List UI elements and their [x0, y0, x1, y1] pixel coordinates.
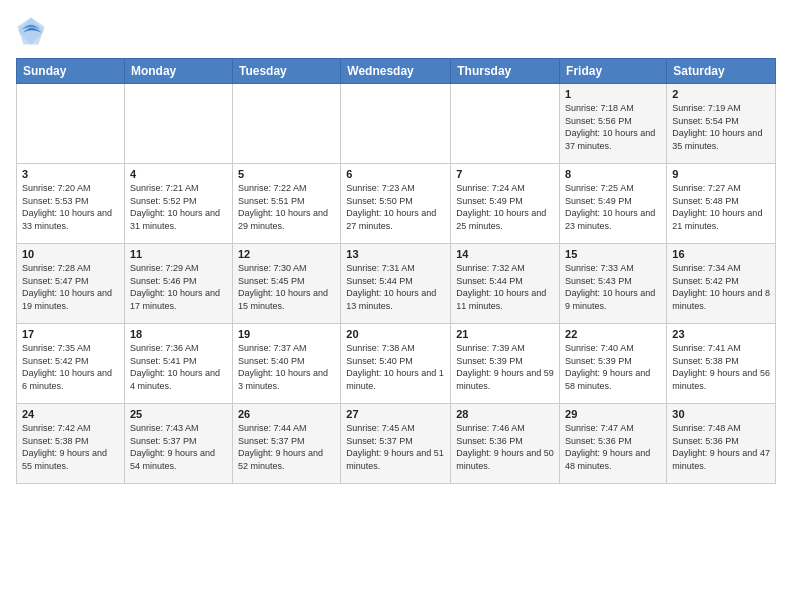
day-number: 22 — [565, 328, 661, 340]
header-wednesday: Wednesday — [341, 59, 451, 84]
calendar-cell-w5d3: 26Sunrise: 7:44 AMSunset: 5:37 PMDayligh… — [232, 404, 340, 484]
header — [16, 16, 776, 46]
day-number: 27 — [346, 408, 445, 420]
calendar-cell-w3d3: 12Sunrise: 7:30 AMSunset: 5:45 PMDayligh… — [232, 244, 340, 324]
day-info: Sunrise: 7:24 AMSunset: 5:49 PMDaylight:… — [456, 182, 554, 232]
day-number: 18 — [130, 328, 227, 340]
header-tuesday: Tuesday — [232, 59, 340, 84]
calendar-header-row: SundayMondayTuesdayWednesdayThursdayFrid… — [17, 59, 776, 84]
day-number: 8 — [565, 168, 661, 180]
day-number: 9 — [672, 168, 770, 180]
day-number: 14 — [456, 248, 554, 260]
calendar-cell-w4d3: 19Sunrise: 7:37 AMSunset: 5:40 PMDayligh… — [232, 324, 340, 404]
calendar-cell-w3d6: 15Sunrise: 7:33 AMSunset: 5:43 PMDayligh… — [560, 244, 667, 324]
day-info: Sunrise: 7:21 AMSunset: 5:52 PMDaylight:… — [130, 182, 227, 232]
calendar-cell-w5d6: 29Sunrise: 7:47 AMSunset: 5:36 PMDayligh… — [560, 404, 667, 484]
day-info: Sunrise: 7:28 AMSunset: 5:47 PMDaylight:… — [22, 262, 119, 312]
header-thursday: Thursday — [451, 59, 560, 84]
day-info: Sunrise: 7:19 AMSunset: 5:54 PMDaylight:… — [672, 102, 770, 152]
day-info: Sunrise: 7:42 AMSunset: 5:38 PMDaylight:… — [22, 422, 119, 472]
calendar-cell-w3d1: 10Sunrise: 7:28 AMSunset: 5:47 PMDayligh… — [17, 244, 125, 324]
day-number: 29 — [565, 408, 661, 420]
day-number: 23 — [672, 328, 770, 340]
day-info: Sunrise: 7:32 AMSunset: 5:44 PMDaylight:… — [456, 262, 554, 312]
day-number: 17 — [22, 328, 119, 340]
day-number: 6 — [346, 168, 445, 180]
day-info: Sunrise: 7:30 AMSunset: 5:45 PMDaylight:… — [238, 262, 335, 312]
calendar-week-5: 24Sunrise: 7:42 AMSunset: 5:38 PMDayligh… — [17, 404, 776, 484]
calendar-cell-w1d7: 2Sunrise: 7:19 AMSunset: 5:54 PMDaylight… — [667, 84, 776, 164]
day-number: 20 — [346, 328, 445, 340]
calendar-cell-w4d7: 23Sunrise: 7:41 AMSunset: 5:38 PMDayligh… — [667, 324, 776, 404]
day-info: Sunrise: 7:39 AMSunset: 5:39 PMDaylight:… — [456, 342, 554, 392]
day-number: 26 — [238, 408, 335, 420]
day-number: 24 — [22, 408, 119, 420]
header-monday: Monday — [124, 59, 232, 84]
day-number: 21 — [456, 328, 554, 340]
calendar-cell-w5d5: 28Sunrise: 7:46 AMSunset: 5:36 PMDayligh… — [451, 404, 560, 484]
calendar-cell-w4d5: 21Sunrise: 7:39 AMSunset: 5:39 PMDayligh… — [451, 324, 560, 404]
calendar-cell-w1d2 — [124, 84, 232, 164]
calendar-cell-w5d7: 30Sunrise: 7:48 AMSunset: 5:36 PMDayligh… — [667, 404, 776, 484]
calendar-cell-w3d5: 14Sunrise: 7:32 AMSunset: 5:44 PMDayligh… — [451, 244, 560, 324]
calendar-cell-w1d5 — [451, 84, 560, 164]
calendar-cell-w2d3: 5Sunrise: 7:22 AMSunset: 5:51 PMDaylight… — [232, 164, 340, 244]
day-info: Sunrise: 7:44 AMSunset: 5:37 PMDaylight:… — [238, 422, 335, 472]
day-number: 7 — [456, 168, 554, 180]
day-number: 1 — [565, 88, 661, 100]
calendar-week-3: 10Sunrise: 7:28 AMSunset: 5:47 PMDayligh… — [17, 244, 776, 324]
day-info: Sunrise: 7:48 AMSunset: 5:36 PMDaylight:… — [672, 422, 770, 472]
calendar-cell-w5d1: 24Sunrise: 7:42 AMSunset: 5:38 PMDayligh… — [17, 404, 125, 484]
day-info: Sunrise: 7:18 AMSunset: 5:56 PMDaylight:… — [565, 102, 661, 152]
calendar-cell-w3d4: 13Sunrise: 7:31 AMSunset: 5:44 PMDayligh… — [341, 244, 451, 324]
logo — [16, 16, 48, 46]
day-number: 13 — [346, 248, 445, 260]
header-friday: Friday — [560, 59, 667, 84]
calendar-cell-w1d4 — [341, 84, 451, 164]
day-info: Sunrise: 7:40 AMSunset: 5:39 PMDaylight:… — [565, 342, 661, 392]
calendar-cell-w5d2: 25Sunrise: 7:43 AMSunset: 5:37 PMDayligh… — [124, 404, 232, 484]
day-info: Sunrise: 7:41 AMSunset: 5:38 PMDaylight:… — [672, 342, 770, 392]
day-info: Sunrise: 7:22 AMSunset: 5:51 PMDaylight:… — [238, 182, 335, 232]
day-number: 4 — [130, 168, 227, 180]
calendar-week-4: 17Sunrise: 7:35 AMSunset: 5:42 PMDayligh… — [17, 324, 776, 404]
day-info: Sunrise: 7:25 AMSunset: 5:49 PMDaylight:… — [565, 182, 661, 232]
day-info: Sunrise: 7:46 AMSunset: 5:36 PMDaylight:… — [456, 422, 554, 472]
day-info: Sunrise: 7:37 AMSunset: 5:40 PMDaylight:… — [238, 342, 335, 392]
day-number: 19 — [238, 328, 335, 340]
day-info: Sunrise: 7:36 AMSunset: 5:41 PMDaylight:… — [130, 342, 227, 392]
day-number: 5 — [238, 168, 335, 180]
day-info: Sunrise: 7:38 AMSunset: 5:40 PMDaylight:… — [346, 342, 445, 392]
day-number: 3 — [22, 168, 119, 180]
calendar-cell-w3d2: 11Sunrise: 7:29 AMSunset: 5:46 PMDayligh… — [124, 244, 232, 324]
calendar-cell-w2d1: 3Sunrise: 7:20 AMSunset: 5:53 PMDaylight… — [17, 164, 125, 244]
calendar-cell-w2d2: 4Sunrise: 7:21 AMSunset: 5:52 PMDaylight… — [124, 164, 232, 244]
day-number: 28 — [456, 408, 554, 420]
day-number: 30 — [672, 408, 770, 420]
header-sunday: Sunday — [17, 59, 125, 84]
calendar-cell-w5d4: 27Sunrise: 7:45 AMSunset: 5:37 PMDayligh… — [341, 404, 451, 484]
day-info: Sunrise: 7:23 AMSunset: 5:50 PMDaylight:… — [346, 182, 445, 232]
calendar-cell-w3d7: 16Sunrise: 7:34 AMSunset: 5:42 PMDayligh… — [667, 244, 776, 324]
day-info: Sunrise: 7:47 AMSunset: 5:36 PMDaylight:… — [565, 422, 661, 472]
day-number: 10 — [22, 248, 119, 260]
calendar-cell-w1d3 — [232, 84, 340, 164]
day-number: 2 — [672, 88, 770, 100]
calendar-cell-w1d6: 1Sunrise: 7:18 AMSunset: 5:56 PMDaylight… — [560, 84, 667, 164]
day-number: 16 — [672, 248, 770, 260]
calendar-cell-w2d7: 9Sunrise: 7:27 AMSunset: 5:48 PMDaylight… — [667, 164, 776, 244]
day-info: Sunrise: 7:20 AMSunset: 5:53 PMDaylight:… — [22, 182, 119, 232]
day-number: 15 — [565, 248, 661, 260]
calendar-week-2: 3Sunrise: 7:20 AMSunset: 5:53 PMDaylight… — [17, 164, 776, 244]
day-info: Sunrise: 7:35 AMSunset: 5:42 PMDaylight:… — [22, 342, 119, 392]
calendar-cell-w4d6: 22Sunrise: 7:40 AMSunset: 5:39 PMDayligh… — [560, 324, 667, 404]
calendar-cell-w4d1: 17Sunrise: 7:35 AMSunset: 5:42 PMDayligh… — [17, 324, 125, 404]
day-info: Sunrise: 7:43 AMSunset: 5:37 PMDaylight:… — [130, 422, 227, 472]
day-info: Sunrise: 7:29 AMSunset: 5:46 PMDaylight:… — [130, 262, 227, 312]
day-info: Sunrise: 7:31 AMSunset: 5:44 PMDaylight:… — [346, 262, 445, 312]
calendar-cell-w4d4: 20Sunrise: 7:38 AMSunset: 5:40 PMDayligh… — [341, 324, 451, 404]
calendar-cell-w2d5: 7Sunrise: 7:24 AMSunset: 5:49 PMDaylight… — [451, 164, 560, 244]
day-number: 12 — [238, 248, 335, 260]
calendar-cell-w4d2: 18Sunrise: 7:36 AMSunset: 5:41 PMDayligh… — [124, 324, 232, 404]
day-number: 25 — [130, 408, 227, 420]
